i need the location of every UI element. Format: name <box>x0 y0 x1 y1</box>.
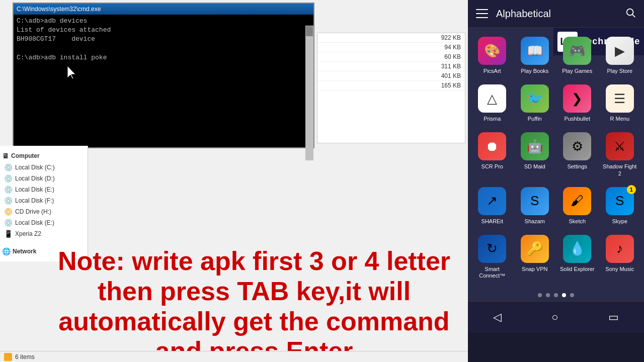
svg-point-1 <box>627 9 633 15</box>
xperia-z2[interactable]: 📱 Xperia Z2 <box>0 228 88 239</box>
cmd-body: C:\adb>adb devices List of devices attac… <box>14 15 313 64</box>
computer-icon: 🖥 <box>2 152 9 160</box>
cmd-line-1: C:\adb>adb devices <box>17 17 310 26</box>
status-icon <box>4 353 12 361</box>
cmd-titlebar: C:\Windows\system32\cmd.exe <box>14 4 313 15</box>
app-icon-play-books: 📖 <box>521 37 549 65</box>
app-label-play-games: Play Games <box>562 68 592 74</box>
app-label-sony-music: Sony Music <box>605 266 634 273</box>
app-item-puffin[interactable]: 🐦Puffin <box>515 80 555 126</box>
app-grid: 🎨PicsArt📖Play Books🎮Play Games▶Play Stor… <box>468 28 644 288</box>
local-disk-c[interactable]: 💿 Local Disk (C:) <box>0 162 88 173</box>
app-item-sd-maid[interactable]: 🤖SD Maid <box>515 128 555 180</box>
disk-e2-icon: 💿 <box>4 219 13 227</box>
back-button[interactable]: ◁ <box>483 308 512 327</box>
app-icon-prisma: △ <box>478 84 506 113</box>
app-icon-shazam: S <box>521 187 549 215</box>
file-row-1: 922 KB <box>317 33 465 43</box>
network-icon: 🌐 <box>2 247 11 255</box>
app-label-scr-pro: SCR Pro <box>481 163 503 170</box>
dot-1 <box>538 293 542 297</box>
app-icon-play-store: ▶ <box>606 37 634 65</box>
disk-c-icon: 💿 <box>4 163 13 171</box>
left-panel: C:\Windows\system32\cmd.exe C:\adb>adb d… <box>0 0 468 362</box>
app-icon-picsart: 🎨 <box>478 37 506 65</box>
app-icon-sd-maid: 🤖 <box>521 132 549 160</box>
disk-f-icon: 💿 <box>4 197 13 205</box>
local-disk-f[interactable]: 💿 Local Disk (F:) <box>0 195 88 206</box>
cd-drive-h[interactable]: 📀 CD Drive (H:) <box>0 206 88 217</box>
app-item-shadow-fight-2[interactable]: ⚔Shadow Fight 2 <box>600 128 640 180</box>
app-item-picsart[interactable]: 🎨PicsArt <box>472 33 513 78</box>
local-disk-e2[interactable]: 💿 Local Disk (E:) <box>0 217 88 228</box>
note-text: Note: write apk first 3 or 4 letter then… <box>45 246 463 362</box>
local-disk-d[interactable]: 💿 Local Disk (D:) <box>0 173 88 184</box>
app-item-solid-explorer[interactable]: 💧Solid Explorer <box>557 231 598 283</box>
file-row-6: 165 KB <box>317 81 465 90</box>
recents-button[interactable]: ▭ <box>598 308 629 327</box>
app-label-snap-vpn: Snap VPN <box>522 266 547 273</box>
file-row-3: 60 KB <box>317 52 465 62</box>
app-label-pushbullet: Pushbullet <box>565 116 590 122</box>
app-item-settings[interactable]: ⚙Settings <box>557 128 598 180</box>
local-disk-e[interactable]: 💿 Local Disk (E:) <box>0 184 88 195</box>
explorer-tree: 🖥 Computer 💿 Local Disk (C:) 💿 Local Dis… <box>0 146 88 261</box>
app-item-smart-connect™[interactable]: ↻Smart Connect™ <box>472 231 513 283</box>
app-icon-shadow-fight-2: ⚔ <box>606 132 634 160</box>
app-item-shazam[interactable]: SShazam <box>515 183 555 229</box>
search-button[interactable] <box>625 7 636 21</box>
app-label-shazam: Shazam <box>525 218 545 225</box>
mouse-cursor <box>66 65 76 82</box>
dot-2 <box>546 293 550 297</box>
app-label-solid-explorer: Solid Explorer <box>560 266 594 273</box>
phone-panel: Alphabetical LR TechnoPhile 🎨PicsArt📖Pla… <box>468 0 644 362</box>
app-label-settings: Settings <box>567 163 587 170</box>
hamburger-menu-icon[interactable] <box>476 9 488 18</box>
app-label-play-books: Play Books <box>521 68 548 74</box>
app-item-snap-vpn[interactable]: 🔑Snap VPN <box>515 231 555 283</box>
phone-navbar: ◁ ○ ▭ <box>468 301 644 333</box>
cmd-title: C:\Windows\system32\cmd.exe <box>17 6 101 13</box>
app-item-r-menu[interactable]: ☰R Menu <box>600 80 640 126</box>
app-item-prisma[interactable]: △Prisma <box>472 80 513 126</box>
disk-e-icon: 💿 <box>4 186 13 194</box>
app-icon-smart-connect™: ↻ <box>478 235 506 263</box>
app-item-play-books[interactable]: 📖Play Books <box>515 33 555 78</box>
status-bar: 6 items <box>0 351 468 362</box>
app-icon-scr-pro: ⏺ <box>478 132 506 160</box>
phone-header: Alphabetical <box>468 0 644 28</box>
xperia-icon: 📱 <box>4 230 13 238</box>
cd-h-icon: 📀 <box>4 208 13 216</box>
app-icon-sketch: 🖌 <box>563 187 591 215</box>
app-item-skype[interactable]: S1Skype <box>600 183 640 229</box>
app-item-scr-pro[interactable]: ⏺SCR Pro <box>472 128 513 180</box>
app-item-pushbullet[interactable]: ❯Pushbullet <box>557 80 598 126</box>
app-item-sketch[interactable]: 🖌Sketch <box>557 183 598 229</box>
cmd-line-2: List of devices attached <box>17 26 310 35</box>
svg-line-2 <box>632 15 635 17</box>
app-icon-snap-vpn: 🔑 <box>521 235 549 263</box>
app-label-play-store: Play Store <box>607 68 632 74</box>
app-icon-shareit: ↗ <box>478 187 506 215</box>
svg-marker-0 <box>67 66 75 79</box>
computer-section: 🖥 Computer <box>0 150 88 162</box>
app-icon-puffin: 🐦 <box>521 84 549 113</box>
app-icon-r-menu: ☰ <box>606 84 634 113</box>
cmd-line-5: C:\adb>adb install poke <box>17 53 310 62</box>
file-row-4: 311 KB <box>317 62 465 71</box>
app-label-r-menu: R Menu <box>610 116 629 122</box>
cmd-scrollbar[interactable] <box>305 26 313 160</box>
app-label-smart-connect™: Smart Connect™ <box>474 266 511 279</box>
file-list: 922 KB 94 KB 60 KB 311 KB 401 KB 165 KB <box>317 33 465 143</box>
cmd-line-3: BH908CGT17 device <box>17 35 310 44</box>
app-icon-sony-music: ♪ <box>606 235 634 263</box>
home-button[interactable]: ○ <box>541 308 568 327</box>
app-item-sony-music[interactable]: ♪Sony Music <box>600 231 640 283</box>
app-label-sketch: Sketch <box>569 218 586 225</box>
app-label-shareit: SHAREit <box>481 218 503 225</box>
app-item-shareit[interactable]: ↗SHAREit <box>472 183 513 229</box>
app-label-skype: Skype <box>612 218 627 225</box>
dot-5 <box>570 293 574 297</box>
dot-4 <box>562 293 566 297</box>
file-row-2: 94 KB <box>317 43 465 52</box>
